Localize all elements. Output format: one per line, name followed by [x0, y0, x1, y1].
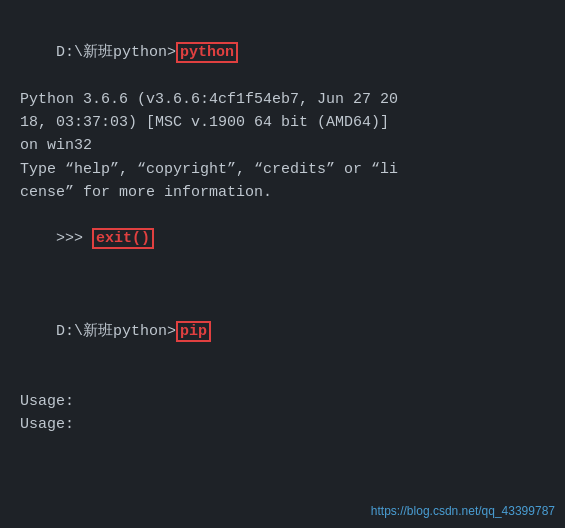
line-pip-usage: Usage: [20, 413, 545, 436]
prompt-1: D:\新班python> [56, 44, 176, 61]
prompt-2: >>> [56, 230, 92, 247]
line-type-help-2: cense” for more information. [20, 181, 545, 204]
line-python-version-1: Python 3.6.6 (v3.6.6:4cf1f54eb7, Jun 27 … [20, 88, 545, 111]
highlight-python: python [176, 42, 238, 63]
terminal-window: D:\新班python>python Python 3.6.6 (v3.6.6:… [0, 0, 565, 528]
highlight-pip: pip [176, 321, 211, 342]
blank-line-1 [20, 274, 545, 297]
line-python-command: D:\新班python>python [20, 18, 545, 88]
line-platform: on win32 [20, 134, 545, 157]
watermark: https://blog.csdn.net/qq_43399787 [371, 504, 555, 518]
line-python-version-2: 18, 03:37:03) [MSC v.1900 64 bit (AMD64)… [20, 111, 545, 134]
blank-line-2 [20, 367, 545, 390]
line-pip-command: D:\新班python>pip [20, 297, 545, 367]
prompt-3: D:\新班python> [56, 323, 176, 340]
line-type-help-1: Type “help”, “copyright”, “credits” or “… [20, 158, 545, 181]
line-exit-command: >>> exit() [20, 204, 545, 274]
line-usage-label: Usage: [20, 390, 545, 413]
highlight-exit: exit() [92, 228, 154, 249]
